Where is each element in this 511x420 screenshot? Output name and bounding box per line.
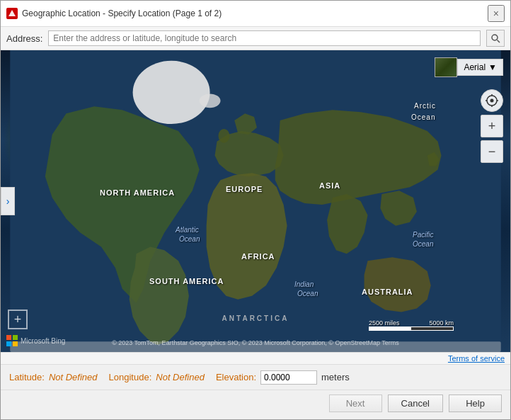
scale-km-label: 5000 km: [429, 319, 454, 327]
address-bar: Address:: [1, 27, 510, 50]
aerial-control: Aerial ▼: [435, 57, 503, 77]
svg-marker-0: [8, 10, 16, 16]
aerial-chevron: ▼: [488, 62, 497, 72]
bing-text: Microsoft Bing: [21, 337, 65, 345]
scale-ruler-dark: [411, 327, 454, 331]
latitude-group: Latitude: Not Defined: [9, 372, 98, 382]
locate-button[interactable]: [481, 89, 503, 112]
svg-point-4: [133, 61, 210, 124]
elevation-input[interactable]: [260, 370, 317, 385]
search-icon: [490, 33, 500, 43]
address-label: Address:: [6, 33, 42, 44]
latitude-label: Latitude:: [9, 372, 45, 382]
longitude-group: Longitude: Not Defined: [109, 372, 205, 382]
longitude-value: Not Defined: [156, 372, 205, 382]
search-button[interactable]: [486, 30, 505, 47]
address-input[interactable]: [48, 30, 481, 46]
svg-rect-17: [13, 341, 18, 346]
svg-rect-14: [6, 335, 11, 340]
zoom-out-button[interactable]: −: [481, 140, 503, 163]
title-bar-left: Geographic Location - Specify Location (…: [6, 8, 222, 19]
sidebar-toggle[interactable]: ›: [1, 187, 15, 215]
locate-icon: [486, 94, 498, 107]
svg-point-9: [490, 99, 494, 103]
scale-miles-label: 2500 miles: [369, 319, 400, 327]
add-location-button[interactable]: +: [8, 310, 28, 329]
svg-line-2: [498, 40, 500, 43]
elevation-unit: meters: [321, 372, 350, 382]
svg-point-6: [218, 129, 229, 143]
svg-point-1: [492, 35, 498, 40]
app-icon: [6, 8, 18, 19]
latitude-value: Not Defined: [49, 372, 98, 382]
map-controls: + −: [481, 89, 503, 163]
world-map-svg: [1, 50, 510, 352]
window-title: Geographic Location - Specify Location (…: [22, 8, 222, 18]
aerial-dropdown-button[interactable]: Aerial ▼: [457, 59, 503, 76]
buttons-row: Next Cancel Help: [1, 390, 510, 419]
map-container[interactable]: NORTH AMERICA SOUTH AMERICA EUROPE AFRIC…: [1, 50, 510, 352]
antarctica-label: ANTARCTICA: [222, 314, 289, 322]
title-bar: Geographic Location - Specify Location (…: [1, 1, 510, 27]
scale-ruler-white: [369, 327, 411, 331]
microsoft-icon: [6, 335, 18, 346]
elevation-group: Elevation: meters: [216, 370, 350, 385]
svg-rect-15: [13, 335, 18, 340]
svg-point-5: [200, 93, 221, 108]
aerial-thumbnail: [435, 57, 457, 77]
autodesk-logo: [8, 9, 16, 18]
attribution-text: © 2023 TomTom, Earthstar Geographics SIO…: [112, 339, 399, 346]
help-button[interactable]: Help: [449, 395, 502, 412]
zoom-in-button[interactable]: +: [481, 115, 503, 137]
svg-rect-16: [6, 341, 11, 346]
next-button[interactable]: Next: [329, 395, 382, 412]
scale-bar: 2500 miles 5000 km: [369, 319, 454, 331]
attribution: © 2023 TomTom, Earthstar Geographics SIO…: [1, 339, 510, 346]
bing-logo: Microsoft Bing: [6, 335, 65, 346]
terms-of-service-link[interactable]: Terms of service: [448, 354, 505, 363]
bottom-form: Latitude: Not Defined Longitude: Not Def…: [1, 364, 510, 390]
terms-bar: Terms of service: [1, 352, 510, 364]
close-button[interactable]: ×: [488, 5, 505, 22]
elevation-label: Elevation:: [216, 372, 256, 382]
cancel-button[interactable]: Cancel: [388, 395, 443, 412]
longitude-label: Longitude:: [109, 372, 152, 382]
main-window: Geographic Location - Specify Location (…: [0, 0, 511, 420]
aerial-label: Aerial: [464, 62, 486, 72]
